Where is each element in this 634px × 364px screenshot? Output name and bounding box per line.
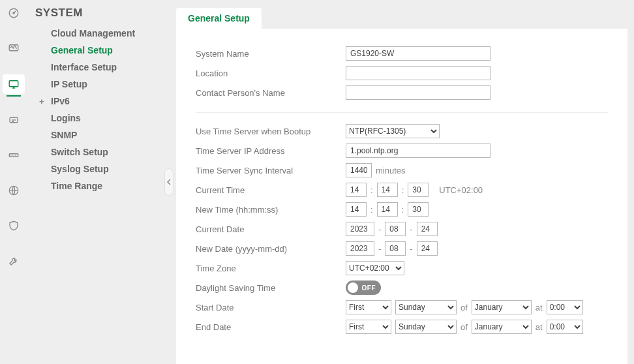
sync-interval-input[interactable] (346, 163, 372, 177)
start-date-month[interactable]: January (472, 300, 532, 314)
expand-icon: + (39, 97, 44, 106)
nav-dashboard-icon[interactable] (0, 4, 27, 22)
contact-label: Contact Person's Name (196, 88, 346, 98)
new-time-label: New Time (hh:mm:ss) (196, 205, 346, 215)
new-date-label: New Date (yyyy-mm-dd) (196, 244, 346, 254)
time-server-ip-label: Time Server IP Address (196, 146, 346, 156)
nav-maintenance-icon[interactable] (0, 252, 27, 270)
dst-label: Daylight Saving Time (196, 283, 346, 293)
end-date-time[interactable]: 0:00 (547, 320, 583, 334)
start-date-ordinal[interactable]: First (346, 300, 391, 314)
new-time-s[interactable] (408, 202, 429, 217)
sidebar-item-cloud-management[interactable]: Cloud Management (27, 25, 170, 42)
tabbar: General Setup (176, 7, 627, 29)
use-time-server-select[interactable]: NTP(RFC-1305) (346, 124, 440, 138)
contact-input[interactable] (346, 85, 491, 100)
system-name-input[interactable] (346, 46, 491, 61)
sidebar-item-ip-setup[interactable]: IP Setup (27, 76, 170, 93)
end-date-ordinal[interactable]: First (346, 320, 391, 334)
new-date-d[interactable] (417, 241, 438, 256)
system-name-label: System Name (196, 49, 346, 59)
sidebar-item-general-setup[interactable]: General Setup (27, 42, 170, 59)
use-time-server-label: Use Time Server when Bootup (196, 127, 346, 136)
current-time-label: Current Time (196, 185, 346, 195)
panel-general-setup: System Name Location Contact Person's Na… (176, 29, 627, 364)
tab-general-setup[interactable]: General Setup (176, 8, 262, 29)
new-time-h[interactable] (346, 202, 367, 217)
nav-switching-icon[interactable] (0, 146, 27, 164)
new-date-y[interactable] (346, 241, 374, 256)
svg-point-1 (13, 12, 14, 14)
current-time-h[interactable] (346, 183, 367, 197)
current-date-y[interactable] (346, 222, 374, 236)
sidebar-collapse-handle[interactable] (164, 168, 174, 196)
end-date-label: End Date (196, 322, 346, 332)
section-time: Use Time Server when Bootup NTP(RFC-1305… (196, 122, 608, 346)
section-identity: System Name Location Contact Person's Na… (196, 44, 608, 113)
current-time-s[interactable] (408, 183, 429, 197)
time-zone-label: Time Zone (196, 264, 346, 273)
current-time-tz: UTC+02:00 (439, 185, 483, 195)
dst-toggle[interactable]: OFF (346, 281, 381, 295)
sidebar-item-label: IPv6 (51, 96, 70, 106)
sidebar: SYSTEM Cloud Management General Setup In… (27, 0, 170, 364)
sidebar-item-switch-setup[interactable]: Switch Setup (27, 144, 170, 160)
nav-security-icon[interactable] (0, 217, 27, 235)
current-date-d[interactable] (417, 222, 438, 236)
end-date-month[interactable]: January (472, 320, 532, 334)
time-server-ip-input[interactable] (346, 144, 491, 158)
current-time-m[interactable] (377, 183, 398, 197)
location-label: Location (196, 68, 346, 78)
sidebar-item-logins[interactable]: Logins (27, 110, 170, 127)
nav-monitor-icon[interactable] (0, 39, 27, 57)
sidebar-item-snmp[interactable]: SNMP (27, 127, 170, 144)
sidebar-item-time-range[interactable]: Time Range (27, 177, 170, 194)
nav-networking-icon[interactable] (0, 181, 27, 200)
start-date-day[interactable]: Sunday (395, 300, 457, 314)
icon-rail (0, 0, 27, 364)
nav-system-icon[interactable] (3, 74, 25, 94)
sidebar-item-interface-setup[interactable]: Interface Setup (27, 59, 170, 76)
main-area: General Setup System Name Location Conta… (170, 0, 634, 364)
svg-rect-3 (9, 81, 18, 87)
sidebar-header: SYSTEM (27, 7, 170, 25)
toggle-knob (348, 282, 358, 293)
current-date-label: Current Date (196, 224, 346, 234)
start-date-time[interactable]: 0:00 (547, 300, 583, 314)
nav-port-icon[interactable] (0, 111, 27, 129)
new-date-m[interactable] (385, 241, 406, 256)
sidebar-item-syslog-setup[interactable]: Syslog Setup (27, 160, 170, 177)
time-zone-select[interactable]: UTC+02:00 (346, 261, 404, 275)
end-date-day[interactable]: Sunday (395, 320, 457, 334)
start-date-label: Start Date (196, 303, 346, 312)
location-input[interactable] (346, 66, 491, 80)
current-date-m[interactable] (385, 222, 406, 236)
toggle-label: OFF (362, 284, 376, 292)
sidebar-item-ipv6[interactable]: +IPv6 (27, 93, 170, 110)
sync-interval-unit: minutes (376, 166, 406, 175)
new-time-m[interactable] (377, 202, 398, 217)
sync-interval-label: Time Server Sync Interval (196, 166, 346, 175)
